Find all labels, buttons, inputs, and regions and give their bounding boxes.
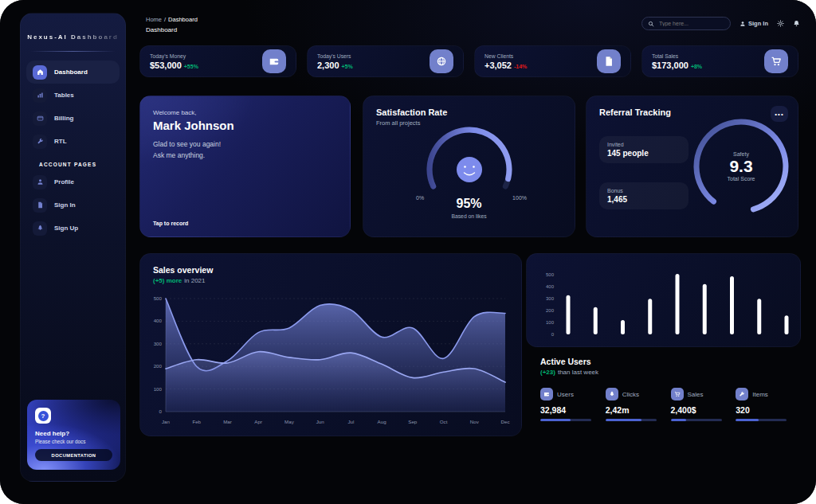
topbar: Home/Dashboard Dashboard Sign In [146,16,800,38]
wallet-icon [262,49,286,73]
metric-items: Items 320 [736,388,801,421]
globe-icon [430,49,453,73]
cart-icon [671,388,684,400]
svg-text:400: 400 [154,318,163,323]
satisfaction-subtitle: From all projects [376,119,562,127]
sales-title: Sales overview [153,265,508,275]
svg-text:Jan: Jan [162,419,171,424]
sidebar: Nexus-AI Dashboard Dashboard Tables Bill… [20,13,126,482]
welcome-line1: Glad to see you again! [153,139,337,150]
search-input[interactable] [657,20,724,27]
active-users-title: Active Users [540,357,801,366]
question-icon: ? [35,408,51,424]
svg-text:Mar: Mar [223,419,232,424]
welcome-greeting: Welcome back, [153,109,337,116]
breadcrumb-home[interactable]: Home [146,16,162,23]
user-icon [740,21,746,27]
sales-overview-card: Sales overview (+5) morein 2021 01002003… [139,253,522,436]
wrench-icon [736,388,748,400]
metric-clicks: Clicks 2,42m [606,388,671,421]
stat-value: +3,052-14% [484,61,527,70]
help-card: ? Need help? Please check our docs DOCUM… [27,400,120,470]
satisfaction-title: Satisfaction Rate [376,107,562,117]
rocket-icon [33,221,47,236]
welcome-line2: Ask me anything. [153,150,337,161]
wallet-icon [540,388,553,400]
sidebar-item-billing[interactable]: Billing [26,107,120,130]
search-icon [648,21,654,27]
gear-icon[interactable] [777,20,784,27]
weekly-bar-chart-card: 5004003002001000 [526,253,801,347]
svg-text:200: 200 [154,363,163,369]
svg-text:May: May [284,419,295,424]
bar-chart: 5004003002001000 [533,260,796,342]
svg-text:Sep: Sep [408,419,418,424]
stat-label: Today's Users [317,53,353,59]
rocket-icon [606,388,618,400]
document-icon [597,49,621,73]
stat-value: $53,000+55% [150,61,198,70]
app-logo: Nexus-AI Dashboard [21,33,125,41]
svg-text:Jul: Jul [347,419,354,424]
metric-users: Users 32,984 [540,388,606,421]
app-frame: Nexus-AI Dashboard Dashboard Tables Bill… [0,0,816,504]
progress-bar [540,419,591,421]
bell-icon[interactable] [793,20,800,27]
sidebar-item-label: RTL [54,138,67,145]
stat-card-total-sales: Total Sales $173,000+8% [641,45,798,77]
sidebar-item-label: Tables [54,92,74,99]
svg-text:Dec: Dec [500,419,509,424]
search-box [641,17,731,30]
sidebar-item-profile[interactable]: Profile [26,170,120,193]
satisfaction-caption: Based on likes [363,213,575,219]
satisfaction-rate-card: Satisfaction Rate From all projects 0% 1… [363,96,575,237]
svg-text:Oct: Oct [440,419,448,424]
svg-text:Jun: Jun [316,419,325,424]
sidebar-item-tables[interactable]: Tables [26,84,120,107]
stat-delta: -14% [514,64,527,69]
documentation-button[interactable]: DOCUMENTATION [35,449,112,461]
sidebar-item-dashboard[interactable]: Dashboard [26,61,120,84]
sidebar-item-sign-up[interactable]: Sign Up [26,217,120,240]
progress-bar [606,419,657,421]
sidebar-item-label: Profile [54,178,74,186]
stat-card-todays-users: Today's Users 2,300+5% [307,45,464,77]
stat-card-todays-money: Today's Money $53,000+55% [139,45,296,77]
sidebar-item-label: Billing [54,115,73,122]
breadcrumb-current: Dashboard [168,16,198,23]
svg-text:100: 100 [154,386,163,392]
sales-subtitle: (+5) morein 2021 [153,277,508,284]
document-icon [33,198,47,213]
stats-row: Today's Money $53,000+55% Today's Users … [139,45,798,77]
stat-delta: +55% [184,64,198,69]
svg-text:Feb: Feb [192,419,201,424]
stat-label: New Clients [484,53,527,59]
stat-delta: +5% [342,64,353,69]
stat-value: $173,000+8% [652,61,702,70]
safety-score: Safety 9.3 Total Score [685,111,797,222]
sidebar-item-label: Dashboard [54,68,88,76]
stat-label: Today's Money [150,53,198,59]
home-icon [33,65,47,80]
svg-text:300: 300 [154,341,163,346]
bar-chart-icon [33,88,47,103]
wrench-icon [33,135,47,149]
active-users-subtitle: (+23)than last week [540,369,801,376]
person-icon [33,175,47,189]
cart-icon [764,49,788,73]
tap-to-record-button[interactable]: Tap to record [153,221,188,226]
sign-in-link[interactable]: Sign In [740,20,768,27]
svg-text:400: 400 [546,284,555,289]
welcome-user-name: Mark Johnson [153,119,337,132]
sidebar-item-label: Sign In [54,201,76,209]
sales-area-chart: 0100200300400500JanFebMarAprMayJunJulAug… [147,294,513,429]
sidebar-divider [30,51,116,52]
sidebar-item-rtl[interactable]: RTL [26,130,120,153]
referral-tracking-card: Referral Tracking ••• Invited 145 people… [586,96,798,237]
stat-value: 2,300+5% [317,61,353,70]
stat-card-new-clients: New Clients +3,052-14% [474,45,631,77]
help-title: Need help? [35,430,112,437]
sidebar-item-sign-in[interactable]: Sign In [26,193,120,217]
stat-label: Total Sales [652,53,702,59]
active-users-section: Active Users (+23)than last week Users 3… [526,357,801,421]
